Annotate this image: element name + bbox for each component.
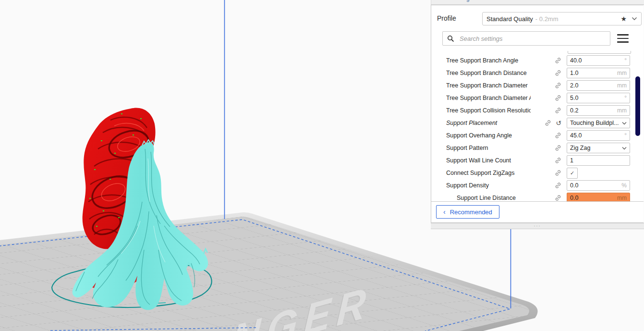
star-icon: ★ — [620, 15, 627, 23]
setting-icons — [531, 132, 567, 139]
profile-value: Standard Quality — [486, 15, 533, 23]
setting-label: Tree Support Branch Distance — [446, 70, 531, 76]
setting-select[interactable]: Touching Buildpl... — [567, 118, 630, 128]
settings-scrollbar[interactable] — [635, 76, 640, 136]
setting-icons — [531, 95, 567, 101]
panel-header-strip: g — [431, 0, 644, 5]
setting-label: Support Placement — [446, 120, 531, 126]
setting-icons — [531, 195, 567, 201]
setting-number-input[interactable]: 45.0° — [567, 130, 630, 141]
link-icon — [555, 182, 561, 189]
setting-icons — [531, 170, 567, 176]
setting-label: Tree Support Branch Angle — [446, 57, 531, 64]
setting-label: Support Line Distance — [446, 195, 531, 201]
clipped-header-text: g — [466, 0, 470, 2]
setting-label: Support Pattern — [446, 145, 531, 151]
setting-row: Support Line Distance0.0mm — [431, 192, 644, 201]
chevron-down-icon — [632, 17, 637, 21]
setting-row: Tree Support Branch Diameter Angle5.0° — [431, 92, 644, 104]
search-icon — [447, 35, 454, 42]
setting-label: Tree Support Branch Diameter Angle — [446, 95, 531, 101]
setting-row: Tree Support Branch Angle40.0° — [431, 54, 644, 67]
setting-row-clipped — [431, 51, 644, 54]
setting-number-input[interactable]: 0.0% — [567, 180, 630, 191]
revert-icon[interactable]: ↺ — [556, 120, 561, 126]
panel-resize-handle[interactable]: ··· — [431, 223, 644, 229]
setting-row: Support Wall Line Count1 — [431, 154, 644, 167]
profile-row: Profile Standard Quality - 0.2mm ★ — [431, 12, 644, 26]
link-icon — [555, 195, 561, 201]
link-icon — [555, 170, 561, 176]
setting-number-input[interactable]: 1 — [567, 155, 630, 166]
search-box[interactable] — [442, 31, 610, 46]
setting-number-input[interactable] — [568, 51, 631, 54]
setting-row: Tree Support Branch Distance1.0mm — [431, 67, 644, 79]
setting-row: Support Placement↺Touching Buildpl... — [431, 117, 644, 129]
setting-row: Support Density0.0% — [431, 179, 644, 192]
chevron-down-icon — [622, 147, 627, 150]
drag-dots: ··· — [534, 223, 541, 228]
chevron-down-icon — [622, 122, 627, 125]
setting-label: Support Overhang Angle — [446, 132, 531, 139]
setting-icons — [531, 145, 567, 151]
setting-label: Connect Support ZigZags — [446, 170, 531, 176]
setting-icons — [531, 70, 567, 76]
chevron-left-icon: ‹ — [443, 208, 446, 215]
setting-checkbox: ✓ — [567, 168, 630, 178]
setting-icons — [531, 82, 567, 89]
link-icon — [555, 70, 561, 76]
setting-row: Support PatternZig Zag — [431, 142, 644, 154]
setting-row: Tree Support Branch Diameter2.0mm — [431, 79, 644, 92]
setting-number-input[interactable]: 1.0mm — [567, 68, 630, 78]
link-icon — [545, 120, 551, 126]
profile-dropdown[interactable]: Standard Quality - 0.2mm ★ — [482, 12, 642, 25]
setting-icons — [531, 157, 567, 164]
setting-row: Connect Support ZigZags✓ — [431, 167, 644, 179]
setting-number-input[interactable]: 0.2mm — [567, 105, 630, 116]
setting-label: Support Wall Line Count — [446, 157, 531, 164]
search-row — [431, 31, 644, 46]
profile-layer-height: - 0.2mm — [535, 15, 559, 23]
link-icon — [555, 132, 561, 139]
profile-label: Profile — [437, 14, 456, 22]
setting-row: Support Overhang Angle45.0° — [431, 129, 644, 142]
setting-number-input[interactable]: 5.0° — [567, 93, 630, 103]
search-input[interactable] — [459, 35, 606, 43]
link-icon — [555, 145, 561, 151]
link-icon — [555, 57, 561, 64]
setting-label: Tree Support Collision Resolution — [446, 107, 531, 114]
link-icon — [555, 82, 561, 89]
print-settings-panel: Profile Standard Quality - 0.2mm ★ Tree … — [431, 5, 644, 223]
setting-row: Tree Support Collision Resolution0.2mm — [431, 104, 644, 117]
panel-separator — [431, 201, 644, 202]
link-icon — [555, 157, 561, 164]
setting-label: Tree Support Branch Diameter — [446, 82, 531, 89]
setting-icons — [531, 57, 567, 64]
setting-number-input[interactable]: 40.0° — [567, 55, 630, 66]
checkbox[interactable]: ✓ — [567, 168, 578, 179]
setting-select[interactable]: Zig Zag — [567, 143, 630, 153]
recommended-label: Recommended — [450, 208, 492, 216]
settings-menu-icon[interactable] — [617, 34, 629, 43]
setting-label: Support Density — [446, 182, 531, 189]
recommended-button[interactable]: ‹ Recommended — [436, 205, 499, 219]
setting-icons — [531, 182, 567, 189]
setting-number-input[interactable]: 2.0mm — [567, 80, 630, 91]
settings-list: Tree Support Branch Angle40.0°Tree Suppo… — [431, 51, 644, 201]
setting-number-input[interactable]: 0.0mm — [567, 193, 630, 201]
link-icon — [555, 95, 561, 101]
link-icon — [555, 107, 561, 114]
setting-icons: ↺ — [531, 120, 567, 126]
setting-icons — [531, 107, 567, 114]
